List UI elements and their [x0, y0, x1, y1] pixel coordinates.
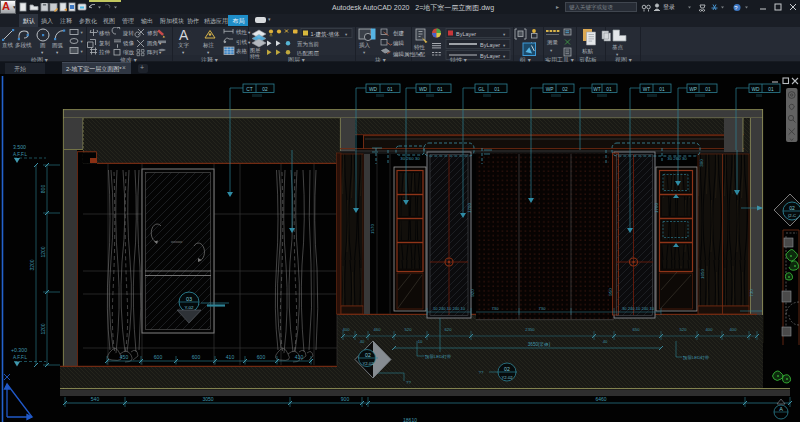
svg-text:730: 730: [539, 306, 547, 311]
svg-text:400: 400: [706, 327, 714, 332]
svg-text:3650(装修): 3650(装修): [528, 342, 551, 347]
svg-text:920: 920: [470, 289, 475, 297]
svg-text:400: 400: [730, 327, 738, 332]
svg-text:10 240 10 240 10: 10 240 10 240 10: [433, 306, 466, 311]
svg-text:520: 520: [680, 327, 688, 332]
svg-text:▾: ▾: [207, 50, 210, 55]
svg-text:表格: 表格: [236, 48, 248, 55]
svg-text:文字: 文字: [178, 42, 190, 48]
svg-text:基点: 基点: [612, 44, 624, 50]
svg-text:40: 40: [603, 339, 608, 344]
svg-text:460: 460: [374, 327, 382, 332]
svg-text:WD: WD: [419, 87, 428, 92]
svg-text:多段线: 多段线: [15, 42, 32, 48]
svg-text:02: 02: [365, 352, 371, 358]
svg-text:1-建筑-墙体: 1-建筑-墙体: [311, 31, 340, 38]
svg-text:测量: 测量: [547, 39, 559, 46]
svg-text:引线: 引线: [236, 39, 248, 46]
svg-text:ooooo: ooooo: [171, 239, 183, 244]
svg-text:▾: ▾: [248, 40, 251, 45]
svg-text:3050: 3050: [202, 396, 213, 402]
svg-text:▾: ▾: [81, 30, 84, 35]
svg-text:410: 410: [295, 354, 304, 360]
svg-text:03: 03: [186, 296, 192, 302]
svg-text:镜像: 镜像: [122, 40, 135, 47]
svg-text:600: 600: [257, 354, 266, 360]
svg-text:A: A: [779, 406, 783, 412]
svg-text:CT: CT: [246, 87, 252, 92]
svg-text:置为当前: 置为当前: [297, 41, 320, 47]
svg-text:01: 01: [705, 87, 711, 92]
svg-text:30 260 30: 30 260 30: [667, 156, 687, 161]
svg-text:▾: ▾: [182, 50, 185, 55]
svg-text:ByLayer: ByLayer: [456, 31, 476, 37]
svg-text:复制: 复制: [99, 40, 111, 47]
svg-text:1570: 1570: [370, 224, 375, 234]
svg-text:WT: WT: [643, 87, 651, 92]
svg-text:300: 300: [699, 159, 704, 167]
svg-text:520: 520: [405, 327, 413, 332]
svg-text:▾: ▾: [550, 48, 553, 53]
svg-text:特性: 特性: [414, 44, 426, 51]
svg-text:10: 10: [418, 339, 423, 344]
svg-text:??: ??: [406, 380, 411, 385]
svg-text:01: 01: [494, 87, 500, 92]
svg-text:01: 01: [659, 87, 665, 92]
svg-text:40: 40: [360, 339, 365, 344]
svg-text:▾: ▾: [81, 49, 84, 54]
svg-text:(2-C: (2-C: [788, 213, 796, 218]
svg-text:编辑属性: 编辑属性: [393, 51, 416, 57]
svg-text:Y-02: Y-02: [185, 305, 194, 310]
svg-text:▾: ▾: [363, 50, 366, 55]
svg-text:▾: ▾: [81, 39, 84, 44]
svg-text:A: A: [179, 27, 189, 43]
svg-text:730: 730: [749, 289, 754, 297]
svg-text:拉伸: 拉伸: [99, 49, 111, 55]
svg-text:950: 950: [608, 288, 613, 296]
svg-text:插入: 插入: [359, 42, 371, 49]
svg-text:标注: 标注: [202, 42, 215, 49]
svg-text:600: 600: [192, 354, 201, 360]
svg-text:6460: 6460: [595, 396, 606, 402]
svg-text:02: 02: [262, 87, 268, 92]
svg-text:+0.300: +0.300: [11, 347, 27, 353]
svg-text:02: 02: [789, 205, 795, 211]
svg-text:WP: WP: [689, 87, 697, 92]
svg-text:3.500: 3.500: [13, 144, 26, 150]
svg-text:650: 650: [633, 327, 641, 332]
svg-text:WD: WD: [369, 87, 378, 92]
svg-text:02: 02: [562, 87, 568, 92]
svg-text:540: 540: [91, 396, 100, 402]
svg-text:1650: 1650: [700, 269, 705, 279]
svg-text:620: 620: [445, 327, 453, 332]
svg-text:30 240 10 240 10: 30 240 10 240 10: [622, 306, 655, 311]
svg-text:450: 450: [120, 354, 129, 360]
svg-text:1200: 1200: [40, 246, 46, 257]
svg-text:800: 800: [40, 185, 46, 194]
svg-text:匹配: 匹配: [414, 51, 426, 58]
svg-text:▾: ▾: [248, 30, 251, 35]
svg-text:圆角: 圆角: [147, 40, 158, 47]
svg-text:线性: 线性: [236, 29, 248, 35]
svg-text:30 260 30: 30 260 30: [400, 156, 420, 161]
svg-text:圆: 圆: [40, 42, 46, 49]
svg-text:18610: 18610: [403, 417, 417, 422]
svg-text:??: ??: [479, 370, 484, 375]
svg-text:01: 01: [768, 87, 774, 92]
svg-text:02: 02: [504, 366, 510, 372]
svg-text:400: 400: [343, 327, 351, 332]
svg-text:Y2-02: Y2-02: [501, 375, 513, 380]
svg-text:3200: 3200: [29, 259, 35, 270]
svg-text:创建: 创建: [393, 30, 405, 37]
svg-text:ByLayer: ByLayer: [480, 42, 500, 48]
svg-text:WP: WP: [546, 87, 554, 92]
svg-text:粘贴: 粘贴: [582, 48, 594, 55]
svg-text:特性: 特性: [250, 53, 260, 60]
svg-text:▾: ▾: [41, 50, 44, 55]
svg-text:阵列: 阵列: [147, 49, 159, 55]
svg-text:A.F.F.L: A.F.F.L: [13, 355, 27, 360]
svg-text:1200: 1200: [40, 323, 46, 334]
svg-text:01: 01: [437, 87, 443, 92]
svg-text:01: 01: [387, 87, 393, 92]
svg-text:900: 900: [341, 396, 350, 402]
